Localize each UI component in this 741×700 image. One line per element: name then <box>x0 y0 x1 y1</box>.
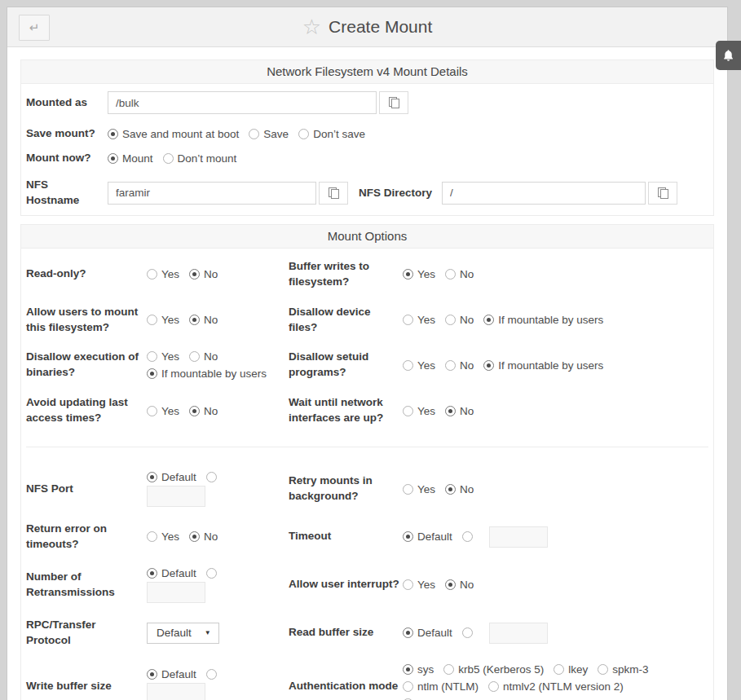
nfs-hostname-input[interactable] <box>108 182 316 205</box>
radio-icon[interactable] <box>445 315 456 325</box>
radio-icon[interactable] <box>598 664 608 675</box>
radio-selected-icon[interactable] <box>445 406 456 416</box>
radio-option[interactable]: Yes <box>147 350 179 363</box>
radio-selected-icon[interactable] <box>403 531 413 542</box>
radio-option[interactable] <box>462 627 473 638</box>
radio-option[interactable]: No <box>189 350 218 363</box>
radio-selected-icon[interactable] <box>108 153 118 164</box>
radio-option[interactable]: Save and mount at boot <box>108 128 239 140</box>
radio-option[interactable]: Default <box>403 531 452 543</box>
radio-selected-icon[interactable] <box>189 531 200 542</box>
radio-option[interactable]: No <box>445 314 474 326</box>
radio-option[interactable]: No <box>189 405 218 417</box>
radio-selected-icon[interactable] <box>147 472 157 482</box>
radio-option[interactable]: Yes <box>147 405 179 417</box>
radio-option[interactable] <box>462 531 473 542</box>
radio-icon[interactable] <box>443 664 454 675</box>
radio-icon[interactable] <box>403 315 413 325</box>
radio-option[interactable]: Mount <box>108 152 153 165</box>
radio-option[interactable]: If mountable by users <box>483 314 603 326</box>
radio-option[interactable]: Yes <box>147 314 179 326</box>
radio-option[interactable]: ntmlv2 (NTLM version 2) <box>488 680 624 693</box>
radio-icon[interactable] <box>206 472 217 482</box>
radio-option[interactable]: Default <box>403 627 452 639</box>
radio-selected-icon[interactable] <box>147 368 157 379</box>
mounted-as-chooser-button[interactable] <box>379 91 408 114</box>
radio-option[interactable]: Yes <box>403 314 435 326</box>
radio-icon[interactable] <box>462 531 473 542</box>
radio-icon[interactable] <box>403 360 413 371</box>
rpc-protocol-select[interactable]: Default ▼ <box>147 623 219 644</box>
radio-selected-icon[interactable] <box>403 664 413 675</box>
radio-option[interactable]: Save <box>249 128 289 140</box>
radio-option[interactable]: ntlm (NTLM) <box>403 680 479 693</box>
radio-selected-icon[interactable] <box>403 269 413 280</box>
radio-option[interactable]: No <box>445 268 474 280</box>
nfs-port-input[interactable] <box>147 486 205 507</box>
notifications-tab[interactable] <box>716 41 741 70</box>
nfs-hostname-chooser-button[interactable] <box>319 182 348 205</box>
radio-option[interactable]: No <box>189 268 218 280</box>
radio-selected-icon[interactable] <box>403 627 413 638</box>
radio-selected-icon[interactable] <box>147 568 157 579</box>
radio-icon[interactable] <box>189 351 200 362</box>
favorite-star-icon[interactable]: ☆ <box>302 16 321 37</box>
timeout-input[interactable] <box>489 526 548 548</box>
radio-icon[interactable] <box>554 664 564 675</box>
radio-option[interactable]: Yes <box>147 531 179 543</box>
radio-icon[interactable] <box>403 579 413 590</box>
radio-option[interactable]: Default <box>147 668 196 680</box>
radio-option[interactable]: No <box>445 359 474 372</box>
radio-icon[interactable] <box>403 406 413 416</box>
radio-option[interactable]: spkm-3 <box>598 663 648 676</box>
back-button[interactable]: ↵ <box>19 15 50 41</box>
radio-icon[interactable] <box>403 484 413 495</box>
radio-option[interactable] <box>206 669 217 680</box>
radio-option[interactable]: No <box>189 531 218 543</box>
radio-option[interactable]: Don’t save <box>298 128 365 140</box>
retransmissions-input[interactable] <box>147 582 205 603</box>
radio-option[interactable]: If mountable by users <box>147 368 267 380</box>
radio-icon[interactable] <box>147 406 157 416</box>
nfs-directory-chooser-button[interactable] <box>648 182 677 205</box>
radio-icon[interactable] <box>147 269 157 280</box>
radio-icon[interactable] <box>462 627 473 638</box>
radio-option[interactable]: Yes <box>147 268 179 280</box>
radio-option[interactable] <box>206 472 217 482</box>
radio-icon[interactable] <box>249 129 259 139</box>
radio-icon[interactable] <box>147 351 157 362</box>
radio-selected-icon[interactable] <box>189 406 200 416</box>
radio-selected-icon[interactable] <box>189 269 200 280</box>
radio-icon[interactable] <box>206 568 217 579</box>
radio-option[interactable]: No <box>189 314 218 326</box>
radio-icon[interactable] <box>147 531 157 542</box>
radio-option[interactable]: sys <box>403 663 434 676</box>
radio-icon[interactable] <box>403 681 413 692</box>
radio-selected-icon[interactable] <box>108 129 118 139</box>
radio-option[interactable]: Default <box>147 567 196 579</box>
read-buffer-input[interactable] <box>489 623 548 644</box>
radio-option[interactable]: Yes <box>403 359 435 372</box>
radio-icon[interactable] <box>445 269 456 280</box>
radio-selected-icon[interactable] <box>483 315 494 325</box>
mounted-as-input[interactable] <box>108 91 377 114</box>
radio-icon[interactable] <box>488 681 499 692</box>
radio-selected-icon[interactable] <box>147 669 157 680</box>
radio-icon[interactable] <box>206 669 217 680</box>
radio-icon[interactable] <box>298 129 309 139</box>
radio-option[interactable]: ntlmssp (NTLMv2 in NTLMSSP) <box>403 698 574 700</box>
radio-selected-icon[interactable] <box>483 360 494 371</box>
radio-icon[interactable] <box>147 315 157 325</box>
radio-selected-icon[interactable] <box>445 484 456 495</box>
radio-option[interactable]: No <box>445 579 474 591</box>
radio-option[interactable] <box>206 568 217 579</box>
radio-option[interactable]: Yes <box>403 483 435 495</box>
radio-option[interactable]: No <box>445 483 474 495</box>
radio-selected-icon[interactable] <box>189 315 200 325</box>
radio-option[interactable]: Yes <box>403 268 435 280</box>
radio-icon[interactable] <box>163 153 174 164</box>
radio-icon[interactable] <box>445 360 456 371</box>
radio-selected-icon[interactable] <box>445 579 456 590</box>
radio-option[interactable]: krb5 (Kerberos 5) <box>443 663 544 676</box>
radio-option[interactable]: Don’t mount <box>163 152 237 165</box>
